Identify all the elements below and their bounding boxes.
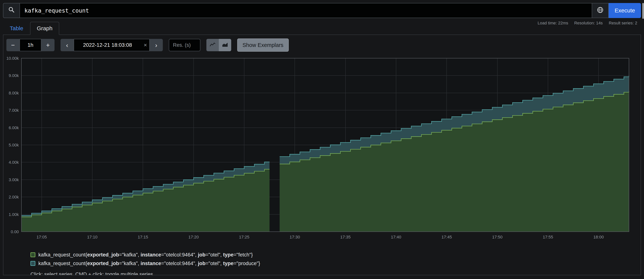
- range-stepper: − +: [6, 39, 54, 51]
- y-axis-tick-label: 3.00k: [9, 177, 19, 182]
- x-axis-tick-label: 17:20: [188, 235, 199, 239]
- series-swatch: [30, 252, 35, 257]
- y-axis-tick-label: 6.00k: [9, 125, 19, 130]
- legend-item[interactable]: kafka_request_count{exported_job="kafka"…: [30, 251, 640, 258]
- metrics-explorer-globe-icon: [597, 6, 604, 15]
- legend-help-text: Click: select series, CMD + click: toggl…: [4, 272, 640, 275]
- time-picker: ‹ × ›: [60, 39, 163, 51]
- range-input[interactable]: [20, 39, 41, 51]
- execute-button[interactable]: Execute: [609, 3, 641, 18]
- legend: kafka_request_count{exported_job="kafka"…: [4, 251, 640, 267]
- x-axis-tick-label: 17:15: [138, 235, 148, 239]
- x-axis-tick-label: 17:35: [340, 235, 350, 239]
- time-back-button[interactable]: ‹: [60, 39, 74, 51]
- clear-time-icon[interactable]: ×: [144, 42, 147, 48]
- stacked-graph-icon: [222, 41, 228, 49]
- query-input[interactable]: [20, 3, 592, 18]
- show-exemplars-button[interactable]: Show Exemplars: [237, 38, 289, 52]
- y-axis-tick-label: 4.00k: [9, 160, 19, 165]
- scrollbar-thumb[interactable]: [642, 3, 644, 19]
- resolution-input[interactable]: [169, 39, 200, 51]
- x-axis-tick-label: 17:05: [36, 235, 47, 239]
- y-axis-tick-label: 9.00k: [9, 73, 19, 78]
- search-addon: [3, 3, 20, 18]
- graph-panel: − + ‹ × ›: [3, 35, 641, 275]
- line-graph-icon: [210, 41, 216, 49]
- decrease-range-button[interactable]: −: [6, 39, 20, 51]
- graph-controls: − + ‹ × ›: [4, 35, 640, 51]
- time-input[interactable]: [74, 39, 150, 51]
- query-bar: Execute: [3, 3, 641, 18]
- series-label: kafka_request_count{exported_job="kafka"…: [38, 251, 253, 258]
- y-axis-tick-label: 5.00k: [9, 143, 19, 147]
- query-stats: Load time: 22ms Resolution: 14s Result s…: [538, 21, 637, 25]
- prometheus-expression-browser: Execute Load time: 22ms Resolution: 14s …: [0, 0, 644, 279]
- time-input-wrap: ×: [74, 39, 150, 51]
- y-axis-tick-label: 7.00k: [9, 108, 19, 113]
- tab-graph[interactable]: Graph: [30, 22, 59, 35]
- x-axis-tick-label: 17:55: [543, 235, 553, 239]
- search-icon: [8, 7, 14, 14]
- result-series-stat: Result series: 2: [609, 21, 637, 25]
- resolution-stat: Resolution: 14s: [574, 21, 603, 25]
- y-axis-tick-label: 0.00: [11, 230, 19, 234]
- stacked-graph-button[interactable]: [219, 39, 231, 51]
- y-axis-tick-label: 2.00k: [9, 195, 19, 199]
- metrics-explorer-button[interactable]: [592, 3, 609, 18]
- x-axis-tick-label: 17:25: [239, 235, 250, 239]
- time-forward-button[interactable]: ›: [150, 39, 163, 51]
- legend-item[interactable]: kafka_request_count{exported_job="kafka"…: [30, 260, 640, 267]
- x-axis-tick-label: 18:00: [594, 235, 604, 239]
- tab-table[interactable]: Table: [3, 22, 30, 35]
- chart-type-toggle: [206, 39, 231, 51]
- graph-chart[interactable]: 0.001.00k2.00k3.00k4.00k5.00k6.00k7.00k8…: [4, 56, 640, 244]
- series-label: kafka_request_count{exported_job="kafka"…: [38, 260, 260, 267]
- stacked-area-chart[interactable]: 0.001.00k2.00k3.00k4.00k5.00k6.00k7.00k8…: [4, 56, 631, 244]
- load-time-stat: Load time: 22ms: [538, 21, 568, 25]
- increase-range-button[interactable]: +: [41, 39, 54, 51]
- series-swatch: [30, 261, 35, 266]
- y-axis-tick-label: 10.00k: [6, 56, 19, 61]
- line-graph-button[interactable]: [206, 39, 219, 51]
- y-axis-tick-label: 1.00k: [9, 212, 19, 217]
- x-axis-tick-label: 17:40: [391, 235, 401, 239]
- x-axis-tick-label: 17:45: [442, 235, 452, 239]
- x-axis-tick-label: 17:30: [290, 235, 300, 239]
- x-axis-tick-label: 17:50: [492, 235, 502, 239]
- y-axis-tick-label: 8.00k: [9, 91, 19, 95]
- x-axis-tick-label: 17:10: [87, 235, 98, 239]
